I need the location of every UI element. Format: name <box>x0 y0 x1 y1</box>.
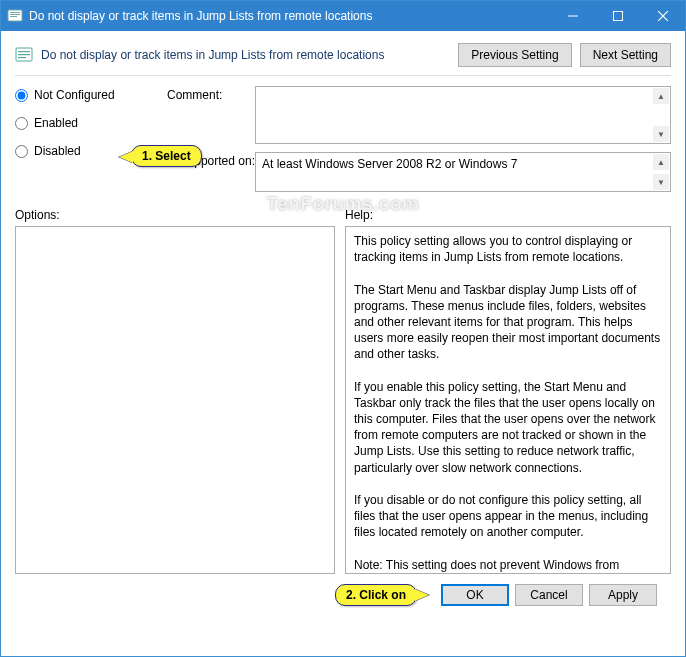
divider <box>15 75 671 76</box>
scroll-up-icon[interactable]: ▲ <box>653 88 669 104</box>
svg-rect-2 <box>10 14 20 15</box>
help-label: Help: <box>345 208 671 222</box>
scroll-down-icon[interactable]: ▼ <box>653 174 669 190</box>
radio-label: Disabled <box>34 144 81 158</box>
minimize-button[interactable] <box>550 1 595 31</box>
annotation-step-2: 2. Click on <box>335 584 417 606</box>
titlebar: Do not display or track items in Jump Li… <box>1 1 685 31</box>
comment-textbox[interactable]: ▲ ▼ <box>255 86 671 144</box>
svg-rect-9 <box>18 51 30 52</box>
radio-not-configured[interactable]: Not Configured <box>15 86 155 104</box>
scroll-up-icon[interactable]: ▲ <box>653 154 669 170</box>
supported-value: At least Windows Server 2008 R2 or Windo… <box>262 157 517 171</box>
svg-rect-10 <box>18 54 30 55</box>
apply-button[interactable]: Apply <box>589 584 657 606</box>
policy-icon <box>15 46 33 64</box>
svg-rect-11 <box>18 57 26 58</box>
annotation-arrow-icon <box>415 589 429 601</box>
close-button[interactable] <box>640 1 685 31</box>
radio-disabled-input[interactable] <box>15 145 28 158</box>
svg-rect-3 <box>10 16 17 17</box>
svg-rect-1 <box>10 12 20 13</box>
comment-label: Comment: <box>167 86 255 102</box>
supported-on-box: At least Windows Server 2008 R2 or Windo… <box>255 152 671 192</box>
radio-not-configured-input[interactable] <box>15 89 28 102</box>
window-title: Do not display or track items in Jump Li… <box>29 9 550 23</box>
radio-enabled-input[interactable] <box>15 117 28 130</box>
cancel-button[interactable]: Cancel <box>515 584 583 606</box>
svg-rect-0 <box>8 10 22 21</box>
radio-label: Not Configured <box>34 88 115 102</box>
ok-button[interactable]: OK <box>441 584 509 606</box>
annotation-label: 1. Select <box>142 149 191 163</box>
options-label: Options: <box>15 208 335 222</box>
radio-enabled[interactable]: Enabled <box>15 114 155 132</box>
options-panel <box>15 226 335 574</box>
annotation-step-1: 1. Select <box>131 145 202 167</box>
policy-titlebar-icon <box>7 8 23 24</box>
scroll-down-icon[interactable]: ▼ <box>653 126 669 142</box>
svg-rect-5 <box>613 12 622 21</box>
next-setting-button[interactable]: Next Setting <box>580 43 671 67</box>
help-panel: This policy setting allows you to contro… <box>345 226 671 574</box>
radio-label: Enabled <box>34 116 78 130</box>
annotation-arrow-icon <box>119 151 133 163</box>
previous-setting-button[interactable]: Previous Setting <box>458 43 571 67</box>
policy-title: Do not display or track items in Jump Li… <box>41 48 458 62</box>
maximize-button[interactable] <box>595 1 640 31</box>
